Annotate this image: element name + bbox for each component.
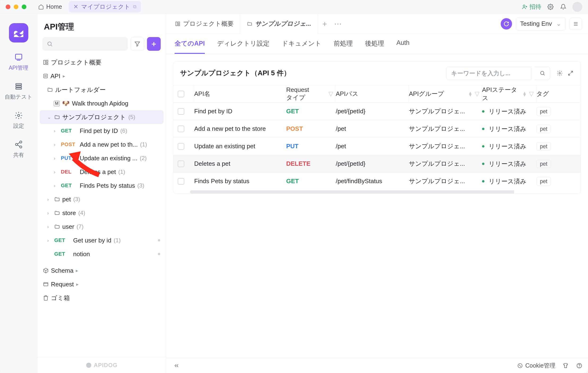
cell-method: GET [286,105,336,117]
select-all-checkbox[interactable] [178,91,184,97]
sort-icon[interactable]: ▲▼ [468,92,472,96]
filter-icon[interactable]: ▽ [328,90,333,97]
pet-folder[interactable]: › pet (3) [40,192,164,206]
card-title: サンプルプロジェクト（API 5 件） [180,68,291,78]
get-user-item[interactable]: › GET Get user by id (1) [40,234,164,247]
tree-api-item[interactable]: › GET Finds Pets by status (3) [40,179,164,192]
tab-project-overview[interactable]: プロジェクト概要 [169,14,240,34]
filter-icon[interactable]: ▽ [475,90,480,97]
status-dot-icon [482,145,484,148]
table-row[interactable]: Update an existing pet PUT /pet サンプルプロジェ… [173,137,581,155]
tree-api-item[interactable]: › GET Find pet by ID (6) [40,124,164,138]
keyword-input[interactable]: キーワードを入力し... [446,67,531,80]
row-checkbox[interactable] [178,143,184,150]
folder-icon [54,114,60,120]
settings-icon[interactable] [547,3,554,11]
add-tab-button[interactable]: ＋ [318,19,331,29]
tab-label: サンプルプロジェ... [255,20,311,28]
horizontal-scrollbar[interactable] [190,190,571,193]
chevron-right-icon: › [54,156,59,161]
cube-icon [43,268,49,273]
rail-item-settings[interactable]: 設定 [0,110,37,130]
home-tab[interactable]: Home [34,2,66,11]
minimize-window-icon[interactable] [14,4,18,9]
walk-apidog-item[interactable]: M 🐶 Walk through Apidog [40,96,164,110]
row-checkbox[interactable] [178,126,184,132]
app-logo[interactable] [9,23,28,43]
rail-item-api[interactable]: API管理 [0,53,37,72]
invite-button[interactable]: 招待 [522,3,541,11]
table-row[interactable]: Add a new pet to the store POST /pet サンプ… [173,120,581,137]
filter-icon[interactable]: ▽ [529,90,534,97]
sample-project-folder[interactable]: ⌄ サンプルプロジェクト (5) [40,110,164,124]
request-section[interactable]: Request ▸ [40,277,164,291]
help-icon[interactable] [576,362,583,369]
share-icon [14,139,24,149]
subtab-docs[interactable]: ドキュメント [282,39,321,54]
api-root[interactable]: API ▸ [40,69,164,83]
dog-emoji-icon: 🐶 [62,100,70,107]
tshirt-icon[interactable] [562,362,569,369]
cell-tag: pet [536,123,560,135]
env-dropdown[interactable]: Testing Env ⌄ [516,17,566,31]
label: Finds Pets by status [80,182,135,189]
notion-item[interactable]: GET notion [40,247,164,261]
store-folder[interactable]: › store (4) [40,206,164,220]
rail-item-autotest[interactable]: 自動テスト [0,81,37,101]
tree-api-item[interactable]: › DEL Deletes a pet (1) [40,165,164,179]
refresh-env-button[interactable] [501,18,512,30]
table-row[interactable]: Find pet by ID GET /pet/{petId} サンプルプロジェ… [173,102,581,120]
rail-item-share[interactable]: 共有 [0,139,37,159]
filter-button[interactable] [130,37,144,51]
label: Schema [51,267,74,274]
api-table: API名 Request タイプ ▽ APIパス APIグループ ▲▼ ▽ A [173,85,581,190]
row-checkbox[interactable] [178,108,184,115]
svg-point-27 [579,367,579,367]
more-tabs-icon[interactable]: ⋯ [332,19,344,28]
cell-path: /pet [336,123,409,135]
root-folder[interactable]: ルートフォルダー [40,83,164,96]
status-dot-icon [482,180,484,182]
trash-section[interactable]: ゴミ箱 [40,291,164,305]
maximize-window-icon[interactable] [22,4,26,9]
bell-icon[interactable] [560,3,567,11]
subtab-all-api[interactable]: 全てのAPI [175,39,205,54]
svg-rect-13 [46,63,48,64]
row-checkbox[interactable] [178,160,184,167]
sidebar-tree: プロジェクト概要 API ▸ ルートフォルダー M 🐶 Walk through… [37,54,166,357]
folder-icon [54,196,60,202]
svg-point-24 [519,365,520,365]
count-badge: (5) [128,114,135,120]
avatar[interactable] [572,2,582,12]
search-button[interactable] [535,67,550,80]
hamburger-icon[interactable] [570,18,582,30]
subtab-dir-settings[interactable]: ディレクトリ設定 [217,39,270,54]
tree-api-item[interactable]: › POST Add a new pet to th... (1) [40,138,164,151]
table-settings-icon[interactable] [556,70,563,77]
close-icon[interactable]: ✕ [74,3,78,10]
table-row[interactable]: Finds Pets by status GET /pet/findByStat… [173,172,581,190]
subtab-preprocess[interactable]: 前処理 [334,39,353,54]
close-window-icon[interactable] [6,4,10,9]
schema-section[interactable]: Schema ▸ [40,264,164,277]
project-tab[interactable]: ✕ マイプロジェクト ⧉ [69,1,141,12]
user-folder[interactable]: › user (7) [40,220,164,234]
expand-icon[interactable] [567,70,574,77]
cookie-manage-button[interactable]: Cookie管理 [517,362,556,370]
table-row[interactable]: Deletes a pet DELETE /pet/{petId} サンプルプロ… [173,155,581,172]
project-overview-item[interactable]: プロジェクト概要 [40,55,164,69]
sort-icon[interactable]: ▲▼ [522,92,527,96]
caret-icon: ▸ [76,281,81,287]
tab-sample-project[interactable]: サンプルプロジェ... [241,14,318,34]
subtab-postprocess[interactable]: 後処理 [365,39,384,54]
collapse-sidebar-button[interactable] [171,361,182,371]
subtab-bar: 全てのAPI ディレクトリ設定 ドキュメント 前処理 後処理 Auth [166,34,588,54]
search-input[interactable] [42,37,128,51]
row-checkbox[interactable] [178,178,184,185]
cell-name: Deletes a pet [194,158,286,170]
tree-api-item[interactable]: › PUT Update an existing ... (2) [40,151,164,165]
subtab-auth[interactable]: Auth [396,39,410,54]
label: API [51,73,60,80]
add-button[interactable]: ＋ [147,37,161,51]
label: プロジェクト概要 [51,58,102,67]
